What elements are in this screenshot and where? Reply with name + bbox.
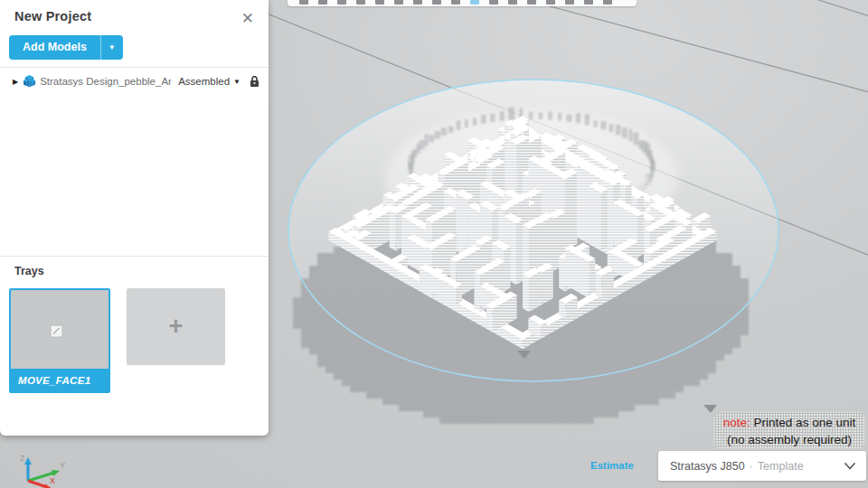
plus-icon: + (169, 314, 184, 339)
toolbar-icon[interactable] (489, 0, 498, 5)
close-icon[interactable]: ✕ (238, 9, 258, 28)
viewport-toolbar-sliver[interactable] (288, 0, 637, 6)
page-title: New Project (14, 9, 91, 23)
toolbar-icon[interactable] (584, 0, 593, 5)
toolbar-icon[interactable] (565, 0, 574, 5)
printer-select-dropdown[interactable]: Stratasys J850 · Template (658, 451, 866, 481)
toolbar-icon[interactable] (337, 0, 346, 5)
separator-dot: · (750, 460, 753, 473)
trays-heading: Trays (0, 257, 269, 277)
toolbar-icon[interactable] (527, 0, 536, 5)
add-models-label[interactable]: Add Models (9, 35, 100, 60)
note-line-1: note: Printed as one unit (714, 414, 864, 431)
toolbar-icon[interactable] (318, 0, 327, 5)
toolbar-icon[interactable] (394, 0, 403, 5)
toolbar-icon[interactable] (508, 0, 517, 5)
expander-icon[interactable]: ▶ (13, 78, 18, 86)
panel-header: New Project ✕ (0, 0, 269, 28)
y-axis-label: Y (60, 461, 65, 470)
toolbar-icon[interactable] (375, 0, 384, 5)
axis-triad: Z Y X (7, 434, 78, 488)
tray-card-selected[interactable]: MOVE_FACE1 (9, 288, 110, 393)
z-axis-label: Z (20, 454, 25, 463)
add-models-dropdown-caret[interactable]: ▼ (100, 35, 123, 60)
part-cube-icon (23, 75, 36, 88)
printer-template-label: Template (758, 460, 844, 473)
add-models-button[interactable]: Add Models ▼ (9, 35, 123, 60)
trays-section: Trays MOVE_FACE1 + (0, 256, 269, 393)
toolbar-icon[interactable] (356, 0, 365, 5)
model-name: Stratasys Design_pebble_Anujmalvi... (40, 76, 171, 87)
assembly-mode-select[interactable]: Assembled (178, 76, 230, 87)
print-note-tooltip: note: Printed as one unit (no assembly r… (713, 411, 865, 449)
note-line-2: (no assembly required) (714, 431, 864, 448)
toolbar-icon[interactable] (470, 0, 479, 5)
tray-thumbnail-icon (51, 325, 62, 337)
toolbar-icon[interactable] (451, 0, 460, 5)
note-label: note: (723, 416, 750, 429)
toolbar-icon[interactable] (432, 0, 441, 5)
tray-thumbnail (11, 290, 108, 369)
printer-name: Stratasys J850 (670, 460, 745, 473)
caret-down-icon[interactable]: ▼ (233, 78, 241, 86)
x-axis-label: X (50, 476, 55, 485)
toolbar-icon[interactable] (603, 0, 612, 5)
tray-list: MOVE_FACE1 + (0, 277, 269, 393)
toolbar-icon[interactable] (299, 0, 308, 5)
chevron-down-icon (844, 463, 855, 470)
toolbar-icon[interactable] (546, 0, 555, 5)
z-axis-arrow (24, 457, 32, 481)
lock-icon[interactable] (250, 76, 259, 88)
toolbar-icon[interactable] (413, 0, 422, 5)
caret-down-icon: ▼ (108, 43, 116, 52)
new-project-panel: New Project ✕ Add Models ▼ ▶ Stratasys D… (0, 0, 269, 436)
tray-name: MOVE_FACE1 (11, 369, 108, 391)
estimate-link[interactable]: Estimate (580, 460, 645, 471)
note-text: Printed as one unit (750, 416, 855, 429)
x-axis-arrow (28, 481, 52, 488)
model-list-item[interactable]: ▶ Stratasys Design_pebble_Anujmalvi... A… (0, 68, 269, 93)
add-tray-button[interactable]: + (127, 288, 225, 365)
